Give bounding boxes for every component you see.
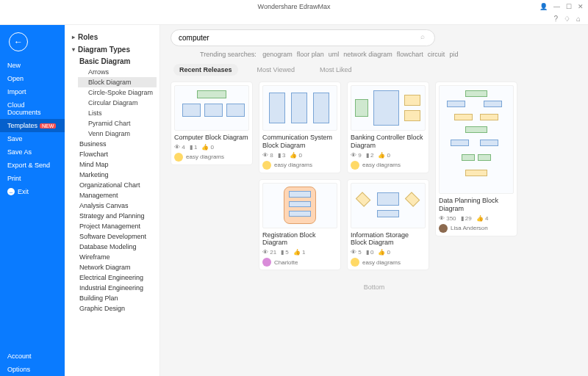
side-cloud[interactable]: Cloud Documents (0, 98, 65, 119)
template-card[interactable]: Information Storage Block Diagram👁 5▮ 0👍… (347, 179, 429, 271)
tree-item[interactable]: Circular Diagram (78, 98, 157, 108)
tree-category[interactable]: Database Modeling (78, 242, 157, 252)
help-icon[interactable]: ? (553, 15, 558, 23)
side-save[interactable]: Save (0, 132, 65, 145)
trending-term[interactable]: network diagram (343, 51, 392, 58)
template-card[interactable]: Registration Block Diagram👁 21▮ 5👍 1Char… (259, 179, 341, 271)
tree-category[interactable]: Business (78, 139, 157, 149)
tree-item[interactable]: Lists (78, 108, 157, 118)
template-thumbnail (262, 85, 337, 131)
window-controls: 👤 — ☐ ✕ (539, 3, 584, 10)
tab-viewed[interactable]: Most Viewed (251, 64, 301, 76)
maximize-icon[interactable]: ☐ (566, 3, 572, 10)
template-author: Charlotte (262, 258, 337, 267)
user-icon[interactable]: 👤 (539, 3, 548, 10)
eye-icon: 👁 350 (439, 215, 456, 222)
exit-icon: – (7, 188, 15, 195)
side-account[interactable]: Account (0, 350, 65, 363)
trending-term[interactable]: flowchart (397, 51, 423, 58)
side-saveas[interactable]: Save As (0, 145, 65, 159)
tree-item[interactable]: Circle-Spoke Diagram (78, 87, 157, 98)
tree-basic[interactable]: Basic Diagram (78, 56, 157, 67)
sidebar: ← New Open Import Cloud Documents Templa… (0, 25, 65, 376)
title-bar: Wondershare EdrawMax 👤 — ☐ ✕ (0, 0, 588, 13)
tree-category[interactable]: Network Diagram (78, 262, 157, 272)
side-exit[interactable]: –Exit (0, 185, 65, 198)
tree-item[interactable]: Pyramid Chart (78, 118, 157, 129)
template-grid: Computer Block Diagram👁 4▮ 1👍 0easy diag… (171, 82, 578, 291)
bell-icon[interactable]: ♢ (564, 15, 570, 23)
tree-item[interactable]: Venn Diagram (78, 129, 157, 139)
tree-category[interactable]: Industrial Engineering (78, 283, 157, 293)
avatar (351, 258, 359, 267)
trending-term[interactable]: floor plan (297, 51, 324, 58)
tree-category[interactable]: Project Management (78, 221, 157, 231)
trending-term[interactable]: uml (329, 51, 340, 58)
tree-category[interactable]: Electrical Engineering (78, 272, 157, 283)
template-card[interactable]: Data Planning Block Diagram👁 350▮ 29👍 4L… (435, 82, 517, 236)
eye-icon: 👁 21 (262, 249, 276, 256)
copy-icon: ▮ 0 (366, 249, 374, 256)
tree-item[interactable]: Block Diagram (78, 77, 157, 87)
search-icon[interactable]: ⌕ (420, 32, 425, 40)
side-new[interactable]: New (0, 59, 65, 72)
thumbs-up-icon: 👍 0 (290, 152, 302, 159)
tree-item[interactable]: Arrows (78, 67, 157, 77)
trending-term[interactable]: pid (449, 51, 458, 58)
search-input[interactable] (171, 29, 435, 46)
template-author: Lisa Anderson (439, 224, 514, 233)
tree-category[interactable]: Management (78, 190, 157, 200)
tree-category[interactable]: Mind Map (78, 159, 157, 170)
tab-recent[interactable]: Recent Releases (173, 64, 238, 76)
trending-searches: Trending searches: genogramfloor planuml… (171, 51, 578, 58)
template-thumbnail (351, 183, 426, 228)
avatar (439, 224, 448, 233)
eye-icon: 👁 5 (351, 249, 362, 256)
tree-category[interactable]: Strategy and Planning (78, 211, 157, 221)
chevron-right-icon: ▸ (72, 34, 75, 40)
template-stats: 👁 4▮ 1👍 0 (174, 144, 249, 151)
tree-category[interactable]: Software Development (78, 231, 157, 242)
trending-term[interactable]: genogram (262, 51, 293, 58)
tree-category[interactable]: Graphic Design (78, 303, 157, 314)
tab-liked[interactable]: Most Liked (314, 64, 358, 76)
new-badge: NEW (40, 123, 56, 129)
minimize-icon[interactable]: — (553, 3, 560, 10)
side-print[interactable]: Print (0, 172, 65, 185)
cart-icon[interactable]: ⌂ (576, 15, 581, 23)
template-card[interactable]: Banking Controller Block Diagram👁 9▮ 2👍 … (347, 82, 429, 173)
content-area: ⌕ Trending searches: genogramfloor planu… (160, 25, 588, 376)
tree-diagram-types[interactable]: ▾Diagram Types (68, 43, 157, 56)
template-stats: 👁 21▮ 5👍 1 (262, 249, 337, 256)
template-author: easy diagrams (351, 161, 426, 170)
trending-term[interactable]: circuit (428, 51, 445, 58)
side-export[interactable]: Export & Send (0, 159, 65, 172)
template-thumbnail (262, 183, 337, 228)
tree-category[interactable]: Wireframe (78, 252, 157, 262)
avatar (351, 161, 359, 170)
template-title: Information Storage Block Diagram (351, 231, 426, 247)
template-author: easy diagrams (351, 258, 426, 267)
tree-category[interactable]: Flowchart (78, 149, 157, 159)
bottom-label: Bottom (171, 283, 578, 291)
side-templates[interactable]: TemplatesNEW (0, 119, 65, 132)
side-import[interactable]: Import (0, 85, 65, 98)
template-card[interactable]: Computer Block Diagram👁 4▮ 1👍 0easy diag… (171, 82, 253, 165)
tree-category[interactable]: Marketing (78, 170, 157, 180)
copy-icon: ▮ 3 (278, 152, 286, 159)
side-open[interactable]: Open (0, 72, 65, 85)
app-title: Wondershare EdrawMax (258, 3, 331, 10)
template-thumbnail (351, 85, 426, 131)
copy-icon: ▮ 1 (190, 144, 198, 151)
tree-category[interactable]: Organizational Chart (78, 180, 157, 190)
eye-icon: 👁 8 (262, 152, 273, 159)
template-title: Data Planning Block Diagram (439, 197, 514, 213)
tree-category[interactable]: Building Plan (78, 293, 157, 303)
template-card[interactable]: Communication System Block Diagram👁 8▮ 3… (259, 82, 341, 173)
template-title: Registration Block Diagram (262, 231, 337, 247)
tree-roles[interactable]: ▸Roles (68, 31, 157, 43)
tree-category[interactable]: Analysis Canvas (78, 200, 157, 211)
close-icon[interactable]: ✕ (578, 3, 584, 10)
side-options[interactable]: Options (0, 363, 65, 376)
back-button[interactable]: ← (9, 32, 28, 51)
